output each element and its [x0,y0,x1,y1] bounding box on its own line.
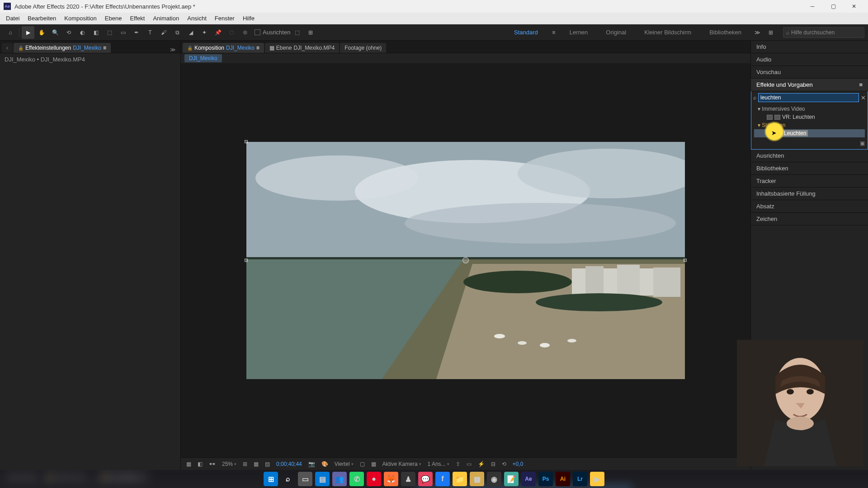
clone-tool-icon[interactable]: ⧉ [171,26,184,39]
rotation-tool-icon[interactable]: ◐ [76,26,89,39]
selection-handle[interactable] [245,140,248,143]
start-button[interactable]: ⊞ [264,472,278,486]
menu-animation[interactable]: Animation [149,13,183,24]
menu-fenster[interactable]: Fenster [211,13,239,24]
snap-options2-icon[interactable]: ⊞ [304,26,317,39]
taskview-icon[interactable]: ▭ [298,472,312,486]
roto-tool-icon[interactable]: ✦ [198,26,211,39]
snap-options-icon[interactable]: ⬚ [291,26,303,39]
close-button[interactable]: ✕ [844,0,864,13]
workspace-kleiner[interactable]: Kleiner Bildschirm [635,24,700,41]
hand-tool-icon[interactable]: ✋ [35,26,48,39]
camera-tool-icon[interactable]: ◧ [90,26,102,39]
ruler-icon[interactable]: ▤ [263,461,272,467]
panel-menu-icon[interactable]: ≡ [859,81,863,88]
fx-group-stilisieren[interactable]: ▾ Stilisieren [754,121,865,129]
pen-tool-icon[interactable]: ✒ [130,26,143,39]
exposure-value[interactable]: +0,0 [511,461,525,467]
brush-tool-icon[interactable]: 🖌 [157,26,170,39]
workspace-lernen[interactable]: Lernen [561,24,597,41]
camera-dropdown[interactable]: Aktive Kamera▾ [381,461,423,467]
teams-icon[interactable]: 👥 [332,472,347,486]
facebook-icon[interactable]: f [435,472,450,486]
grid-icon[interactable]: ⊞ [241,461,249,467]
mesh2-icon[interactable]: ⬢ [239,26,251,39]
selection-handle[interactable] [684,259,687,262]
pan-behind-tool-icon[interactable]: ⬚ [103,26,116,39]
fast-preview-icon[interactable]: ⚡ [476,461,486,467]
firefox-icon[interactable]: 🦊 [384,472,398,486]
workspace-bibliotheken[interactable]: Bibliotheken [700,24,750,41]
selection-handle[interactable] [245,259,248,262]
menu-effekt[interactable]: Effekt [126,13,149,24]
transparency-icon[interactable]: ▦ [369,461,378,467]
flowchart-icon[interactable]: ⟲ [500,461,508,467]
tab-menu-icon[interactable]: ≡ [103,45,106,51]
menu-bearbeiten[interactable]: Bearbeiten [24,13,60,24]
app-icon[interactable]: ♟ [401,472,415,486]
orbit-tool-icon[interactable]: ⟲ [62,26,75,39]
panel-tracker[interactable]: Tracker [751,175,868,188]
tab-menu-icon[interactable]: ≡ [256,45,259,51]
color-mgmt-icon[interactable]: 🎨 [320,461,330,467]
composition-viewer[interactable] [181,63,750,457]
snapshot-icon[interactable]: 📷 [307,461,317,467]
workspace-overflow-icon[interactable]: ≫ [751,26,764,39]
explorer-icon[interactable]: ▤ [315,472,330,486]
tab-composition[interactable]: 🔒 Komposition DJI_Mexiko ≡ [183,43,264,53]
fx-item-vr-leuchten[interactable]: VR: Leuchten [754,113,865,121]
workspace-menu-icon[interactable]: ≡ [547,26,560,39]
home-icon[interactable]: ⌂ [4,26,17,39]
panel-info[interactable]: Info [751,41,868,53]
type-tool-icon[interactable]: T [144,26,156,39]
tab-project[interactable]: ‹ [2,43,13,53]
fx-item-leuchten[interactable]: Leuchten [754,129,865,137]
app-icon[interactable]: 📝 [504,472,519,486]
messenger-icon[interactable]: 💬 [418,472,433,486]
new-bin-icon[interactable]: ▣ [754,140,865,146]
eraser-tool-icon[interactable]: ◢ [184,26,197,39]
app-icon[interactable]: ● [367,472,381,486]
clear-search-icon[interactable]: ✕ [861,94,866,101]
workspace-edit-icon[interactable]: ⊞ [764,26,777,39]
comp-breadcrumb[interactable]: DJI_Mexiko [184,54,222,62]
channels-icon[interactable]: ◧ [196,461,204,467]
whatsapp-icon[interactable]: ✆ [349,472,364,486]
effects-search-input[interactable] [758,93,859,102]
pixel-aspect-icon[interactable]: ▭ [465,461,473,467]
minimize-button[interactable]: ─ [802,0,823,13]
after-effects-icon[interactable]: Ae [521,472,536,486]
panel-bibliotheken[interactable]: Bibliotheken [751,162,868,175]
search-icon[interactable]: ⌕ [281,472,295,486]
obs-icon[interactable]: ◉ [487,472,501,486]
panel-inhaltsbasierte[interactable]: Inhaltsbasierte Füllung [751,188,868,200]
illustrator-icon[interactable]: Ai [556,472,570,486]
panel-effects-presets[interactable]: Effekte und Vorgaben ≡ [751,79,868,91]
panel-vorschau[interactable]: Vorschau [751,66,868,79]
menu-komposition[interactable]: Komposition [60,13,101,24]
mesh-icon[interactable]: ⬡ [225,26,238,39]
fx-group-immersive[interactable]: ▾ Immersives Video [754,105,865,113]
menu-datei[interactable]: Datei [2,13,24,24]
views-dropdown[interactable]: 1 Ans...▾ [426,461,451,467]
menu-ebene[interactable]: Ebene [101,13,126,24]
help-search-input[interactable]: ⌕ Hilfe durchsuchen [783,27,864,38]
puppet-tool-icon[interactable]: 📌 [212,26,224,39]
alpha-icon[interactable]: ▦ [184,461,193,467]
current-time[interactable]: 0;00;40;44 [274,461,304,467]
snap-toggle[interactable]: Ausrichten [255,29,290,36]
app-icon[interactable]: ▦ [470,472,484,486]
panel-audio[interactable]: Audio [751,53,868,66]
timeline-icon[interactable]: ⊟ [489,461,497,467]
workspace-original[interactable]: Original [597,24,635,41]
tab-footage[interactable]: Footage (ohne) [340,43,386,53]
folder-icon[interactable]: 📁 [453,472,467,486]
zoom-dropdown[interactable]: 25%▾ [220,461,238,467]
share-icon[interactable]: ⇪ [454,461,462,467]
roi-icon[interactable]: ▢ [358,461,367,467]
workspace-standard[interactable]: Standard [505,24,547,41]
guides-icon[interactable]: ▦ [252,461,260,467]
menu-ansicht[interactable]: Ansicht [183,13,211,24]
resolution-dropdown[interactable]: Viertel▾ [333,461,355,467]
menu-hilfe[interactable]: Hilfe [239,13,259,24]
